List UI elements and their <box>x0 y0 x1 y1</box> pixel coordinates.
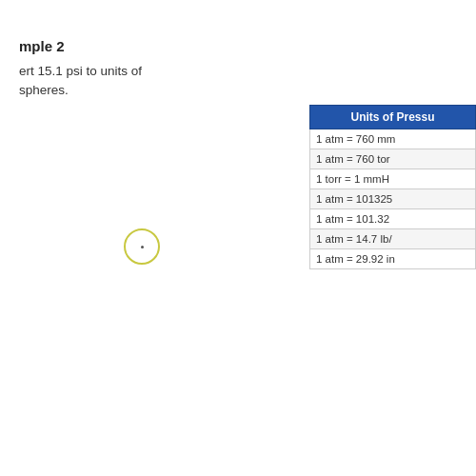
left-section: mple 2 ert 15.1 psi to units of spheres. <box>19 38 324 101</box>
table-cell-5: 1 atm = 14.7 lb/ <box>310 229 476 249</box>
table-cell-0: 1 atm = 760 mm <box>310 129 476 149</box>
table-row: 1 atm = 760 tor <box>310 149 476 169</box>
table-cell-4: 1 atm = 101.32 <box>310 209 476 229</box>
table-row: 1 atm = 760 mm <box>310 129 476 149</box>
table-cell-6: 1 atm = 29.92 in <box>310 249 476 269</box>
pressure-table: Units of Pressu 1 atm = 760 mm 1 atm = 7… <box>309 105 476 269</box>
circle-shape <box>124 228 160 265</box>
table-row: 1 torr = 1 mmH <box>310 169 476 189</box>
table-row: 1 atm = 101.32 <box>310 209 476 229</box>
page-content: mple 2 ert 15.1 psi to units of spheres.… <box>0 0 476 476</box>
table-row: 1 atm = 14.7 lb/ <box>310 229 476 249</box>
table-cell-3: 1 atm = 101325 <box>310 189 476 209</box>
table-row: 1 atm = 29.92 in <box>310 249 476 269</box>
circle-container <box>124 228 160 265</box>
circle-dot <box>141 246 144 248</box>
table-cell-2: 1 torr = 1 mmH <box>310 169 476 189</box>
example-line2: spheres. <box>19 83 69 97</box>
table-header: Units of Pressu <box>310 106 476 129</box>
example-text: ert 15.1 psi to units of spheres. <box>19 62 324 101</box>
table-cell-1: 1 atm = 760 tor <box>310 149 476 169</box>
example-title: mple 2 <box>19 38 324 54</box>
example-line1: ert 15.1 psi to units of <box>19 64 142 78</box>
table-row: 1 atm = 101325 <box>310 189 476 209</box>
